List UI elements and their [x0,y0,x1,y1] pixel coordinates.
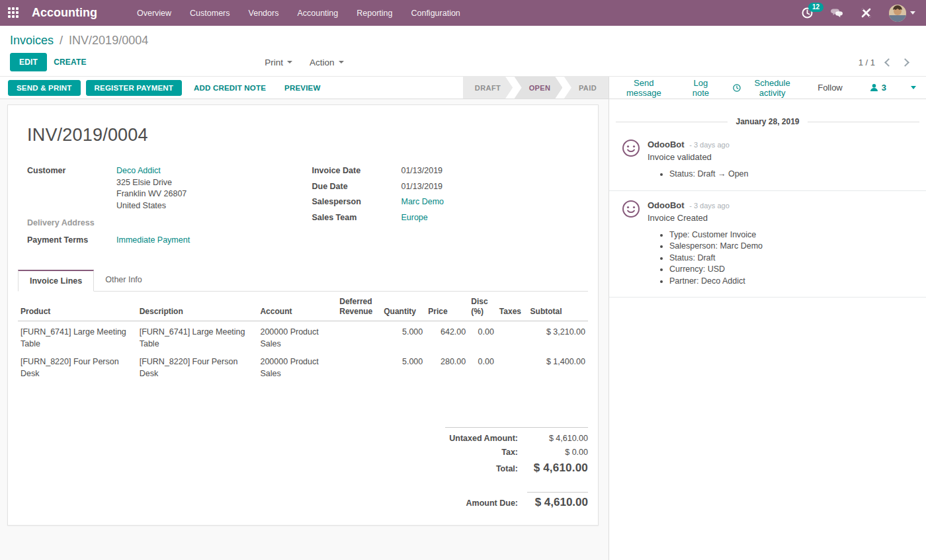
user-menu[interactable] [889,5,915,22]
col-price[interactable]: Price [425,293,468,321]
col-disc[interactable]: Disc(%) [468,293,497,321]
notebook-tabs: Invoice Lines Other Info [18,269,588,292]
menu-accounting[interactable]: Accounting [297,9,338,18]
invoice-date-value: 01/13/2019 [401,165,442,177]
action-dropdown-label: Action [310,58,335,67]
col-taxes[interactable]: Taxes [497,293,528,321]
apps-menu-icon[interactable] [8,7,20,19]
amount-due-label: Amount Due: [445,499,527,508]
invoice-number-title: INV/2019/0004 [27,125,588,145]
print-dropdown[interactable]: Print [265,58,292,67]
followers-caret-icon[interactable] [911,86,916,89]
due-date-value: 01/13/2019 [401,181,442,192]
statusbar-buttons: SEND & PRINT REGISTER PAYMENT ADD CREDIT… [8,80,327,96]
send-print-button[interactable]: SEND & PRINT [8,80,81,96]
schedule-activity-button[interactable]: Schedule activity [733,78,800,98]
schedule-clock-icon [733,83,741,93]
invoice-line-row[interactable]: [FURN_8220] Four Person Desk [FURN_8220]… [18,351,588,381]
customer-label: Customer [27,165,116,212]
breadcrumb-current: INV/2019/0004 [69,34,148,47]
message-detail: Type: Customer Invoice [669,229,916,241]
send-message-button[interactable]: Send message [619,78,669,98]
invoice-date-label: Invoice Date [312,165,401,177]
state-paid[interactable]: PAID [564,77,609,99]
message-details-list: Status: Draft → Open [648,169,916,180]
odoobot-avatar [622,140,640,157]
top-menu: Overview Customers Vendors Accounting Re… [137,9,460,18]
customer-address-line1: 325 Elsie Drive [116,177,187,189]
col-description[interactable]: Description [137,293,258,321]
chatter-message: OdooBot - 3 days ago Invoice validated S… [609,130,926,191]
menu-configuration[interactable]: Configuration [411,9,460,18]
menu-reporting[interactable]: Reporting [357,9,392,18]
col-product[interactable]: Product [18,293,137,321]
message-details-list: Type: Customer Invoice Salesperson: Marc… [648,229,916,288]
sales-team-link[interactable]: Europe [401,213,427,222]
message-body: Invoice validated [648,152,916,162]
col-quantity[interactable]: Quantity [381,293,425,321]
fields-left-column: Customer Deco Addict 325 Elsie Drive Fra… [27,165,312,249]
customer-address-line3: United States [116,200,187,212]
tab-other-info[interactable]: Other Info [94,270,153,292]
tab-invoice-lines[interactable]: Invoice Lines [18,270,94,292]
payment-terms-label: Payment Terms [27,235,116,246]
amount-due-box: Amount Due: $ 4,610.00 [445,492,588,509]
breadcrumb: Invoices / INV/2019/0004 [10,32,916,48]
invoice-line-row[interactable]: [FURN_6741] Large Meeting Table [FURN_67… [18,321,588,352]
user-menu-caret-icon [910,11,915,15]
due-date-label: Due Date [312,181,401,192]
customer-value: Deco Addict 325 Elsie Drive Franklin WV … [116,165,187,212]
message-author[interactable]: OdooBot [648,200,685,210]
message-author[interactable]: OdooBot [648,140,685,149]
action-dropdown[interactable]: Action [310,58,344,67]
message-body: Invoice Created [648,213,916,223]
sales-team-label: Sales Team [312,212,401,223]
untaxed-amount-value: $ 4,610.00 [527,434,588,443]
delivery-address-label: Delivery Address [27,218,116,229]
total-label: Total: [445,464,527,473]
menu-vendors[interactable]: Vendors [249,9,279,18]
customer-link[interactable]: Deco Addict [116,165,187,177]
log-note-button[interactable]: Log note [687,78,716,98]
messages-icon[interactable] [830,8,843,19]
chatter-message: OdooBot - 3 days ago Invoice Created Typ… [609,191,926,298]
chatter-toolbar: Send message Log note Schedule activity … [609,77,926,99]
breadcrumb-invoices-link[interactable]: Invoices [10,34,54,47]
activity-clock-icon[interactable]: 12 [802,7,813,19]
follow-button[interactable]: Follow [818,83,843,93]
invoice-sheet: INV/2019/0004 Customer Deco Addict 325 E… [7,104,599,526]
message-detail: Partner: Deco Addict [669,276,916,288]
col-subtotal[interactable]: Subtotal [528,293,588,321]
amount-due-value: $ 4,610.00 [527,492,588,509]
print-caret-icon [287,61,292,63]
menu-overview[interactable]: Overview [137,9,171,18]
invoice-fields: Customer Deco Addict 325 Elsie Drive Fra… [27,165,588,249]
pager-count: 1 / 1 [859,58,875,67]
date-divider-label: January 28, 2019 [736,117,799,126]
menu-customers[interactable]: Customers [190,9,230,18]
pager-previous-icon[interactable] [884,58,893,67]
top-navbar: Accounting Overview Customers Vendors Ac… [0,0,926,26]
payment-terms-link[interactable]: Immediate Payment [116,235,190,245]
support-tools-icon[interactable] [861,7,872,19]
form-view: INV/2019/0004 Customer Deco Addict 325 E… [0,99,609,560]
col-deferred-revenue[interactable]: DeferredRevenue [337,293,381,321]
tax-label: Tax: [445,448,527,457]
salesperson-link[interactable]: Marc Demo [401,197,444,206]
schedule-activity-label: Schedule activity [745,78,800,98]
message-detail: Status: Draft → Open [669,169,916,180]
app-title[interactable]: Accounting [32,6,97,20]
app-window: Accounting Overview Customers Vendors Ac… [0,0,926,560]
statusbar-row: SEND & PRINT REGISTER PAYMENT ADD CREDIT… [0,76,926,99]
state-draft[interactable]: DRAFT [463,77,513,99]
activity-count-badge: 12 [808,3,823,12]
preview-button[interactable]: PREVIEW [278,80,327,96]
add-credit-note-button[interactable]: ADD CREDIT NOTE [187,80,273,96]
col-account[interactable]: Account [257,293,337,321]
pager-next-icon[interactable] [901,58,909,67]
state-open[interactable]: OPEN [515,77,563,99]
followers-counter[interactable]: 3 [870,83,886,93]
register-payment-button[interactable]: REGISTER PAYMENT [86,80,183,96]
form-statusbar: SEND & PRINT REGISTER PAYMENT ADD CREDIT… [0,77,609,99]
followers-count: 3 [882,83,886,93]
